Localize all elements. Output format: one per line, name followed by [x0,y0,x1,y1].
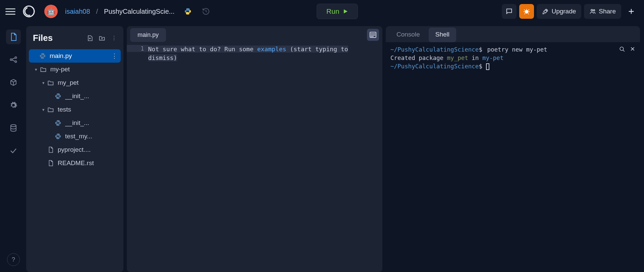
file-label: test_my... [65,133,121,140]
bug-button[interactable] [519,4,534,19]
chat-button[interactable] [502,4,517,19]
sidebar-more-icon[interactable]: ⋮ [109,33,119,43]
user-link[interactable]: isaiah08 [65,8,90,15]
console-panel: Console Shell ~/PushyCalculatingScience$… [386,26,640,272]
upgrade-label: Upgrade [551,8,576,15]
file-label: __init_... [65,92,121,100]
close-icon[interactable] [630,46,635,52]
tool-rail: ? [4,26,23,272]
file-more-icon[interactable]: ⋮ [111,52,118,60]
file-type-icon [46,146,55,153]
svg-point-4 [546,10,547,11]
svg-point-8 [15,57,17,59]
file-type-icon [54,93,62,99]
file-item-tests[interactable]: ▾tests [26,103,123,116]
examples-link[interactable]: examples [257,46,286,53]
svg-point-9 [15,61,17,63]
header: 🤖 isaiah08 / PushyCalculatingScie... Run… [0,0,644,23]
editor-body[interactable]: 1 Not sure what to do? Run some examples… [127,42,382,272]
svg-point-5 [591,9,593,11]
chevron-down-icon: ▾ [40,107,46,112]
line-number: 1 [127,45,148,52]
editor-tab-main[interactable]: main.py [130,28,166,42]
svg-rect-14 [371,36,374,37]
search-icon[interactable] [619,46,625,52]
user-avatar[interactable]: 🤖 [44,5,58,18]
file-label: README.rst [58,159,121,167]
shell-output[interactable]: ~/PushyCalculatingScience$ poetry new my… [386,42,640,272]
replit-logo[interactable] [21,4,36,19]
file-label: pyproject.... [58,146,121,153]
file-label: my-pet [50,66,121,73]
file-label: tests [58,106,121,113]
file-item-my-pet[interactable]: ▾my-pet [26,63,123,76]
rail-checkmark[interactable] [6,143,21,158]
rail-settings[interactable] [6,98,21,113]
menu-icon[interactable] [5,6,15,16]
file-type-icon [46,80,55,86]
editor-panel: main.py 1 Not sure what to do? Run some … [127,26,382,272]
new-folder-icon[interactable] [97,33,107,43]
file-tree: main.py⋮▾my-pet▾my_pet__init_...▾tests__… [26,49,123,267]
editor-hint: Not sure what to do? Run some examples (… [148,42,382,272]
file-item-__init_-[interactable]: __init_... [26,89,123,103]
svg-point-7 [10,59,12,61]
file-type-icon [46,160,55,166]
project-name[interactable]: PushyCalculatingScie... [104,8,174,15]
file-item-README-rst[interactable]: README.rst [26,156,123,170]
file-type-icon [39,66,48,72]
breadcrumb-separator: / [96,8,98,15]
run-button[interactable]: Run [317,4,358,19]
run-label: Run [326,7,339,15]
file-item-pyproject-[interactable]: pyproject.... [26,143,123,156]
svg-point-6 [593,10,595,11]
terminal-cursor [486,63,489,70]
rocket-icon [542,8,549,15]
help-button[interactable]: ? [7,253,20,266]
tab-shell[interactable]: Shell [429,27,456,42]
editor-layout-icon[interactable] [367,29,379,41]
file-item-test_my-[interactable]: test_my... [26,130,123,143]
chevron-down-icon: ▾ [40,80,46,85]
file-item-main-py[interactable]: main.py⋮ [29,49,121,63]
svg-point-3 [525,10,528,13]
rail-version-control[interactable] [6,52,21,67]
file-label: __init_... [65,119,121,127]
svg-point-10 [11,125,16,127]
svg-point-15 [620,47,624,51]
tab-console[interactable]: Console [390,27,427,42]
file-type-icon [54,120,62,126]
file-item-my_pet[interactable]: ▾my_pet [26,76,123,89]
file-type-icon [54,133,62,140]
chevron-down-icon: ▾ [33,67,39,72]
history-icon[interactable] [199,5,213,18]
add-button[interactable] [624,4,639,19]
share-button[interactable]: Share [584,4,621,19]
rail-packages[interactable] [6,75,21,90]
share-label: Share [599,8,616,15]
workspace: ? Files ⋮ main.py⋮▾my-pet▾my_pet__init_.… [0,23,644,272]
sidebar-title: Files [33,33,83,43]
file-label: my_pet [58,79,121,86]
people-icon [589,8,596,15]
upgrade-button[interactable]: Upgrade [537,4,581,19]
file-label: main.py [50,52,111,60]
svg-rect-12 [371,33,375,34]
files-sidebar: Files ⋮ main.py⋮▾my-pet▾my_pet__init_...… [26,26,123,272]
file-type-icon [46,107,55,113]
rail-database[interactable] [6,121,21,135]
new-file-icon[interactable] [85,33,95,43]
svg-rect-13 [371,35,375,36]
play-icon [343,9,348,14]
file-item-__init_-[interactable]: __init_... [26,116,123,130]
rail-files[interactable] [6,29,21,44]
file-type-icon [38,53,47,59]
